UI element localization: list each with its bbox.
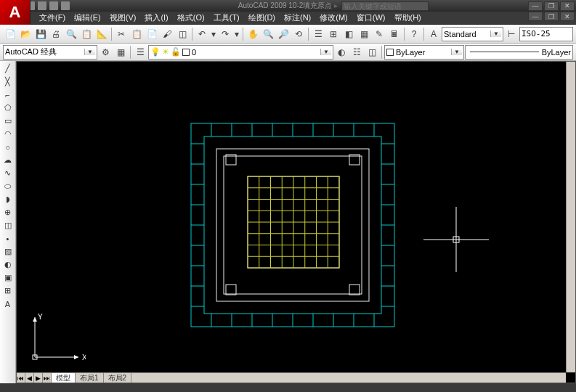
ws-settings-button[interactable]: ⚙ (98, 45, 113, 60)
toolpal-button[interactable]: ◧ (341, 27, 356, 41)
print-icon[interactable] (61, 1, 70, 10)
ellipsearc-button[interactable]: ◗ (1, 193, 15, 205)
textstyle-button[interactable]: A (426, 27, 441, 41)
maximize-button[interactable]: ❐ (544, 1, 559, 11)
menu-edit[interactable]: 编辑(E) (70, 11, 105, 25)
undo-dropdown[interactable]: ▾ (210, 27, 217, 41)
menu-help[interactable]: 帮助(H) (390, 11, 426, 25)
chevron-down-icon[interactable]: ▼ (451, 49, 462, 55)
paste-button[interactable]: 📄 (145, 27, 159, 41)
rectangle-button[interactable]: ▭ (1, 115, 15, 127)
tab-layout2[interactable]: 布局2 (104, 373, 132, 383)
save-button[interactable]: 💾 (33, 27, 48, 41)
arc-button[interactable]: ◠ (1, 128, 15, 140)
doc-restore-button[interactable]: ❐ (544, 12, 559, 21)
hatch-button[interactable]: ▨ (1, 245, 15, 258)
app-logo[interactable]: A (0, 0, 31, 25)
menu-file[interactable]: 文件(F) (35, 11, 70, 25)
minimize-button[interactable]: — (528, 1, 543, 11)
circle-button[interactable]: ○ (1, 141, 15, 153)
tab-layout1[interactable]: 布局1 (76, 373, 104, 383)
zoom-prev-button[interactable]: ⟲ (291, 27, 306, 41)
workspace-combo[interactable]: AutoCAD 经典 ▼ (3, 45, 97, 60)
preview-button[interactable]: 🔍 (64, 27, 78, 41)
tab-model[interactable]: 模型 (52, 373, 76, 383)
menu-insert[interactable]: 插入(I) (140, 11, 172, 25)
menu-window[interactable]: 窗口(W) (352, 11, 390, 25)
markup-button[interactable]: ✎ (372, 27, 386, 41)
linetype-combo[interactable]: ByLayer (465, 45, 573, 60)
calc-button[interactable]: 🖩 (387, 27, 402, 41)
sheet-button[interactable]: ▦ (357, 27, 371, 41)
gradient-button[interactable]: ◐ (1, 258, 15, 271)
redo-button[interactable]: ↷ (218, 27, 232, 41)
text-style-combo[interactable]: Standard ▼ (442, 27, 503, 41)
color-combo[interactable]: ByLayer ▼ (384, 45, 464, 60)
drawing-canvas[interactable]: X Y ⏮ ◀ ▶ ⏭ 模型 布局1 布局2 (16, 61, 576, 383)
layer-iso-button[interactable]: ◫ (365, 45, 379, 60)
redo-dropdown[interactable]: ▾ (233, 27, 240, 41)
ellipse-button[interactable]: ⬭ (1, 180, 15, 192)
ucs-icon: X Y (28, 314, 86, 364)
menu-dim[interactable]: 标注(N) (280, 11, 315, 25)
svg-rect-43 (349, 285, 360, 295)
zoom-rt-button[interactable]: 🔍 (261, 27, 275, 41)
undo-icon[interactable] (38, 1, 46, 10)
color-swatch (182, 49, 190, 56)
menu-modify[interactable]: 修改(M) (315, 11, 352, 25)
cut-button[interactable]: ✂ (114, 27, 129, 41)
match-button[interactable]: 🖌 (160, 27, 174, 41)
spline-button[interactable]: ∿ (1, 167, 15, 179)
line-preview (470, 52, 539, 52)
undo-button[interactable]: ↶ (195, 27, 209, 41)
publish-button[interactable]: 📋 (79, 27, 94, 41)
region-button[interactable]: ▣ (1, 271, 15, 284)
copy-button[interactable]: 📋 (129, 27, 144, 41)
zoom-win-button[interactable]: 🔎 (276, 27, 291, 41)
chevron-down-icon[interactable]: ▼ (320, 49, 331, 55)
table-button[interactable]: ⊞ (1, 285, 15, 297)
menu-format[interactable]: 格式(O) (173, 11, 209, 25)
ws-toolbar-button[interactable]: ▦ (113, 45, 128, 60)
insert-button[interactable]: ⊕ (1, 206, 15, 219)
props-button[interactable]: ☰ (311, 27, 325, 41)
layout-tabs-bar: ⏮ ◀ ▶ ⏭ 模型 布局1 布局2 (17, 372, 566, 383)
tab-last-button[interactable]: ⏭ (43, 373, 52, 383)
close-button[interactable]: ✕ (560, 1, 575, 11)
dim-style-combo[interactable]: ISO-25 (519, 27, 573, 41)
tab-next-button[interactable]: ▶ (34, 373, 43, 383)
new-button[interactable]: 📄 (3, 27, 17, 41)
doc-minimize-button[interactable]: — (528, 12, 543, 21)
block-button[interactable]: ◫ (1, 219, 15, 232)
menu-tools[interactable]: 工具(T) (209, 11, 244, 25)
help-button[interactable]: ? (407, 27, 421, 41)
dimstyle-button[interactable]: ⊢ (504, 27, 519, 41)
point-button[interactable]: • (1, 232, 15, 245)
xline-button[interactable]: ╳ (1, 75, 15, 88)
tab-first-button[interactable]: ⏮ (17, 373, 25, 383)
redo-icon[interactable] (49, 1, 58, 10)
block-button[interactable]: ◫ (175, 27, 190, 41)
print-button[interactable]: 🖨 (49, 27, 63, 41)
layer-combo[interactable]: 💡 ☀ 🔓 0 ▼ (148, 45, 333, 60)
search-input[interactable] (341, 1, 429, 11)
open-button[interactable]: 📂 (18, 27, 33, 41)
line-button[interactable]: ╱ (1, 62, 15, 75)
polygon-button[interactable]: ⬠ (1, 102, 15, 114)
layer-state-button[interactable]: ☷ (349, 45, 364, 60)
layer-props-button[interactable]: ☰ (133, 45, 147, 60)
tab-prev-button[interactable]: ◀ (25, 373, 34, 383)
doc-close-button[interactable]: ✕ (560, 12, 575, 21)
dcenter-button[interactable]: ⊞ (326, 27, 341, 41)
pline-button[interactable]: ⌐ (1, 89, 15, 101)
revcloud-button[interactable]: ☁ (1, 154, 15, 166)
chevron-down-icon[interactable]: ▼ (84, 49, 95, 55)
plot-button[interactable]: 📐 (94, 27, 109, 41)
vertical-scrollbar[interactable] (566, 62, 575, 372)
menu-view[interactable]: 视图(V) (105, 11, 141, 25)
menu-draw[interactable]: 绘图(D) (244, 11, 280, 25)
chevron-down-icon[interactable]: ▼ (490, 30, 501, 37)
mtext-button[interactable]: A (1, 298, 15, 310)
layer-prev-button[interactable]: ◐ (334, 45, 349, 60)
pan-button[interactable]: ✋ (246, 27, 260, 41)
